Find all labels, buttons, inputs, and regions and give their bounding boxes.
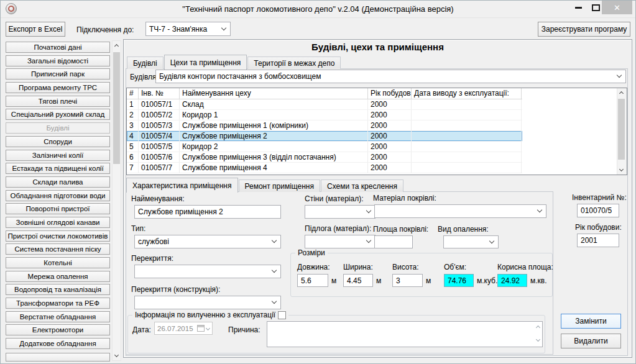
sidebar-item[interactable]: Котельні [6,257,110,268]
sidebar-item[interactable]: Обладнання підготовки води [6,190,110,201]
sidebar-scroll-thumb[interactable] [113,52,120,164]
page-title: Будівлі, цехи та приміщення [123,42,632,52]
sidebar-item[interactable]: Естакади та підвищені колії [6,163,110,174]
table-row[interactable]: 4 010057/4 Службове приміщення 2 2000 [127,131,522,142]
cell-name: Склад [180,99,368,109]
sidebar-item[interactable]: Залізничні колії [6,150,110,161]
table-header-cell[interactable]: Найменування цеху [180,88,368,99]
tab[interactable]: Схеми та креслення [321,180,403,192]
walls-label: Стіни (матеріал): [305,194,364,203]
sidebar-item[interactable]: Мережа опалення [6,271,110,282]
sidebar-item[interactable]: Спеціальний рухомий склад [6,109,110,120]
scroll-up-icon[interactable] [113,42,121,51]
decommission-checkbox[interactable] [278,311,286,319]
table-scroll-thumb[interactable] [618,99,625,160]
cell-out-date [412,163,522,173]
cell-number: 5 [127,142,139,152]
table-header-cell[interactable]: # [127,88,139,99]
sidebar-item[interactable]: Електромотори [6,324,110,335]
overlap-construction-combobox[interactable] [134,296,281,309]
walls-combobox[interactable] [305,205,376,219]
sidebar-scrollbar[interactable] [112,40,121,361]
minimize-button[interactable] [570,2,586,13]
register-program-button[interactable]: Зареєструвати програму [538,22,630,37]
height-input[interactable]: 3 [392,274,423,287]
sidebar-item-partial[interactable] [6,353,110,362]
sidebar-item[interactable]: Склади палива [6,176,110,188]
chevron-down-icon [489,238,494,243]
scroll-down-icon[interactable] [536,337,540,342]
roof-area-input[interactable] [374,235,413,248]
tab[interactable]: Ремонт приміщення [239,180,321,192]
cell-year: 2000 [368,99,412,109]
year-input[interactable]: 2001 [577,234,619,247]
sidebar-item[interactable]: Початкові дані [6,42,110,53]
length-input[interactable]: 5.6 [297,274,328,287]
roof-material-combobox[interactable] [374,204,546,218]
table-row[interactable]: 1 010057/1 Склад 2000 [127,99,522,110]
table-scrollbar[interactable] [617,88,627,175]
sidebar-item[interactable]: Трансформатори та РЕФ [6,298,110,309]
volume-input[interactable]: 74.76 [444,274,474,287]
heating-combobox[interactable] [443,235,499,248]
table-header-cell[interactable]: Інв. № [139,88,180,99]
scroll-down-icon[interactable] [617,165,625,174]
floor-combobox[interactable] [305,235,376,248]
tab[interactable]: Цехи та приміщення [164,55,247,70]
name-label: Найменування: [131,194,185,203]
sidebar-item[interactable]: Водопровід та каналізація [6,284,110,295]
cell-out-date [412,99,522,109]
table-row[interactable]: 6 010057/6 Службове приміщення 3 (відділ… [127,152,522,163]
sidebar-item[interactable]: Тягові плечі [6,96,110,107]
cell-out-date [412,131,522,141]
scroll-up-icon[interactable] [536,325,540,330]
sidebar-nav: Початкові дані Загальні відомості Припис… [6,42,110,352]
tab[interactable]: Характеристика приміщення [126,178,238,193]
width-input[interactable]: 4.45 [343,274,373,287]
main-tabs: Будівлі Цехи та приміщення Території в м… [127,55,341,69]
sidebar-item[interactable]: Споруди [6,136,110,147]
table-row[interactable]: 2 010057/2 Коридор 1 2000 [127,110,522,121]
height-label: Висота: [392,263,419,271]
year-label: Рік побудови: [575,223,622,232]
table-header-cell[interactable]: Рік побудови [368,88,412,99]
sidebar-item[interactable]: Приписний парк [6,68,110,80]
sidebar-item[interactable]: Програма ремонту ТРС [6,82,110,93]
scroll-down-icon[interactable] [113,350,121,360]
type-combobox[interactable]: службові [134,235,281,248]
building-combobox[interactable]: Будівля контори постачання з бомбосховищ… [155,70,626,83]
table-row[interactable]: 3 010057/3 Службове приміщення 1 (комірн… [127,121,522,131]
sidebar-item[interactable]: Зовнішні оглядові канави [6,217,110,228]
export-excel-button[interactable]: Експорт в Excel [6,22,65,37]
scroll-up-icon[interactable] [617,89,625,98]
connection-combobox[interactable]: ТЧ-7 - Знам'янка [145,22,231,36]
sidebar-item[interactable]: Система постачання піску [6,243,110,255]
cell-inventory: 010057/7 [139,163,180,173]
table-row[interactable]: 5 010057/5 Коридор 2 2000 [127,142,522,152]
sidebar-item[interactable]: Загальні відомості [6,55,110,66]
cell-year: 2000 [368,121,412,130]
reason-textarea[interactable] [267,321,543,347]
sidebar-item[interactable]: Верстатне обладнання [6,311,110,322]
name-input[interactable]: Службове приміщення 2 [134,205,281,219]
table-header-cell[interactable]: Дата виводу з експлуатації: [412,88,522,99]
connection-value: ТЧ-7 - Знам'янка [149,25,207,34]
tab[interactable]: Території в межах депо [247,57,341,69]
cell-inventory: 010057/1 [139,99,180,109]
sidebar-item[interactable]: Пристрої очистки локомотивів [6,230,110,242]
chevron-down-icon [221,25,226,30]
tab[interactable]: Будівлі [127,57,164,69]
close-button[interactable]: ✕ [602,1,632,14]
overlap-combobox[interactable] [134,265,281,278]
delete-button[interactable]: Видалити [561,334,621,348]
table-row[interactable]: 7 010057/7 Службове приміщення 4 2000 [127,163,522,173]
sidebar-item[interactable]: Поворотні пристрої [6,203,110,214]
cell-name: Службове приміщення 4 [180,163,368,173]
sidebar-item[interactable]: Додаткове обладнання [6,338,110,349]
replace-button[interactable]: Замінити [561,314,621,329]
usable-area-label: Корисна площа: [497,263,553,271]
inventory-label: Інвентарний №: [572,193,627,202]
inventory-input[interactable]: 010070/5 [577,204,619,217]
usable-area-input[interactable]: 24.92 [497,274,527,287]
calendar-icon [197,325,205,332]
